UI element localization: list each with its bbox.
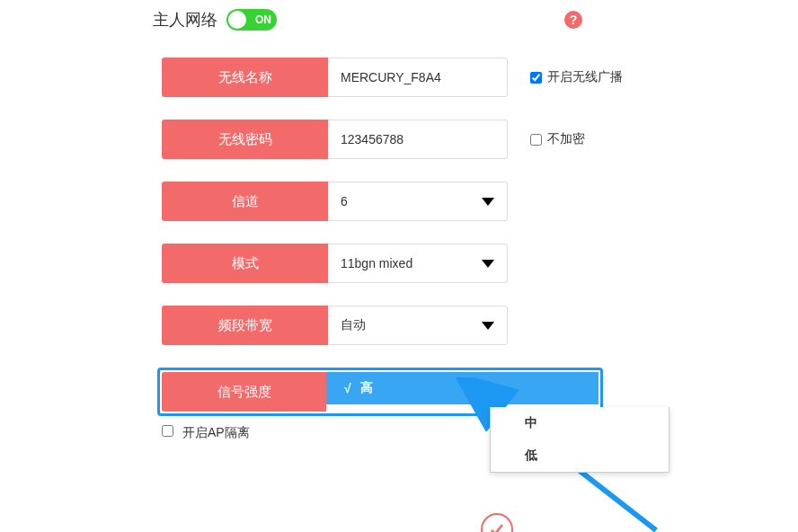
broadcast-checkbox[interactable]: 开启无线广播 <box>530 69 623 85</box>
unencrypted-checkbox-input[interactable] <box>530 134 542 146</box>
unencrypted-checkbox[interactable]: 不加密 <box>530 131 585 147</box>
channel-select[interactable]: 6 <box>328 182 508 221</box>
chevron-down-icon <box>482 198 494 206</box>
broadcast-label: 开启无线广播 <box>547 69 623 85</box>
signal-label: 信号强度 <box>162 372 326 412</box>
chevron-down-icon <box>482 322 494 330</box>
signal-select[interactable]: √ 高 <box>326 372 598 404</box>
bandwidth-select[interactable]: 自动 <box>328 306 508 345</box>
signal-option-low-label: 低 <box>525 448 537 464</box>
check-icon: √ <box>344 381 351 395</box>
bandwidth-value: 自动 <box>341 317 366 333</box>
ap-isolation-label: 开启AP隔离 <box>182 425 250 439</box>
signal-value: 高 <box>360 380 373 396</box>
chevron-down-icon <box>482 260 494 268</box>
unencrypted-label: 不加密 <box>547 131 585 147</box>
mode-value: 11bgn mixed <box>341 256 412 270</box>
ssid-input[interactable]: MERCURY_F8A4 <box>328 58 508 97</box>
channel-value: 6 <box>341 194 348 208</box>
signal-option-mid[interactable]: √ 中 <box>491 407 669 439</box>
signal-option-low[interactable]: √ 低 <box>491 439 669 472</box>
password-label: 无线密码 <box>162 120 328 159</box>
ap-isolation-checkbox[interactable]: 开启AP隔离 <box>162 425 250 441</box>
ap-isolation-checkbox-input[interactable] <box>162 425 173 437</box>
network-toggle[interactable]: ON <box>226 9 277 31</box>
signal-dropdown-menu: √ 中 √ 低 <box>490 407 669 473</box>
save-button[interactable] <box>481 513 513 532</box>
channel-label: 信道 <box>162 182 328 221</box>
mode-select[interactable]: 11bgn mixed <box>328 244 508 283</box>
broadcast-checkbox-input[interactable] <box>530 72 542 84</box>
help-icon[interactable]: ? <box>564 11 582 29</box>
check-icon <box>488 520 506 532</box>
password-input[interactable]: 123456788 <box>328 120 508 159</box>
ssid-label: 无线名称 <box>162 58 328 97</box>
toggle-label: ON <box>255 13 271 26</box>
bandwidth-label: 频段带宽 <box>162 306 328 345</box>
toggle-knob <box>228 11 246 29</box>
mode-label: 模式 <box>162 244 328 283</box>
signal-option-mid-label: 中 <box>525 415 537 431</box>
page-title: 主人网络 <box>153 9 217 31</box>
